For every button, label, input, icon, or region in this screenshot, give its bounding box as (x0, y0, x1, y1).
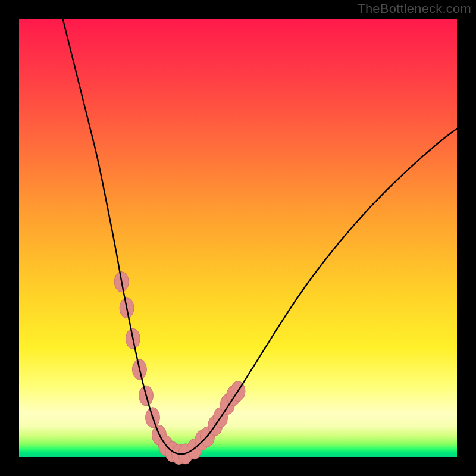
curve-markers (114, 272, 245, 465)
plot-area (19, 19, 457, 457)
chart-frame: TheBottleneck.com (0, 0, 476, 476)
bottleneck-curve-path (63, 19, 457, 454)
watermark-text: TheBottleneck.com (357, 1, 471, 17)
bottleneck-curve-svg (19, 19, 457, 457)
